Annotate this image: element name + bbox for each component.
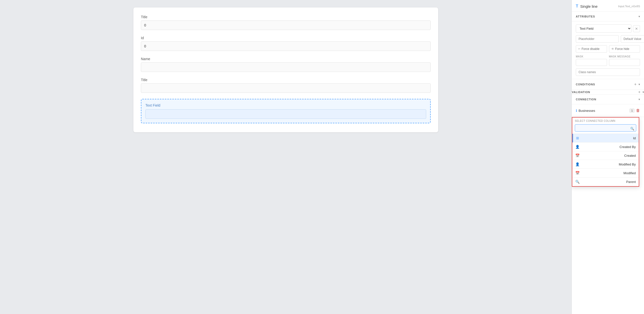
validation-label: VALIDATION	[572, 91, 590, 94]
attributes-chevron-icon: ▾	[638, 15, 640, 18]
conditions-section-header[interactable]: CONDITIONS + ▾	[572, 79, 644, 90]
field-group-title1: Title	[141, 15, 431, 30]
main-canvas: Title Id Name Title Text Field	[0, 0, 572, 314]
force-hide-label: Force hide	[615, 47, 630, 51]
connection-name: Businesses	[578, 109, 628, 113]
panel-header: T Single line Input.Text_nGv9S	[572, 0, 644, 12]
created-by-person-icon: 👤	[575, 145, 580, 149]
validation-plus-icon[interactable]: +	[638, 90, 640, 94]
force-disable-button[interactable]: ✂ Force disable	[576, 45, 607, 53]
item-name-created-by: Created By	[582, 145, 636, 149]
field-group-name: Name	[141, 57, 431, 72]
default-value-input[interactable]	[621, 35, 644, 43]
conditions-chevron-icon: ▾	[638, 83, 640, 86]
connection-section-header[interactable]: CONNECTION ▾	[572, 95, 644, 104]
text-field-selected-group: Text Field	[141, 99, 431, 123]
connection-chevron-icon: ▾	[638, 98, 640, 101]
dropdown-item-id[interactable]: ⊞ Id	[572, 134, 639, 143]
field-input-title1[interactable]	[141, 20, 431, 30]
mask-message-group: MASK MESSAGE	[609, 55, 640, 66]
field-label-title1: Title	[141, 15, 431, 19]
dropdown-search-input[interactable]	[575, 124, 636, 132]
field-input-title2[interactable]	[141, 83, 431, 93]
item-name-modified-by: Modified By	[582, 162, 636, 166]
validation-section-header[interactable]: VALIDATION + ▾	[572, 90, 644, 95]
text-field-label: Text Field	[146, 103, 426, 107]
text-field-input[interactable]	[146, 109, 426, 119]
created-calendar-icon: 📅	[575, 154, 580, 157]
field-input-name[interactable]	[141, 62, 431, 72]
connection-item: ℹ Businesses 1 🗑	[576, 107, 640, 114]
attributes-label: ATTRIBUTES	[576, 15, 595, 18]
attributes-section-header[interactable]: ATTRIBUTES ▾	[572, 12, 644, 21]
dropdown-item-created[interactable]: 📅 Created	[572, 151, 639, 160]
force-hide-icon: 👁	[611, 47, 614, 51]
panel-title: Single line	[580, 4, 598, 8]
force-buttons-row: ✂ Force disable 👁 Force hide	[576, 45, 640, 53]
form-card: Title Id Name Title Text Field	[134, 7, 438, 132]
conditions-label: CONDITIONS	[576, 83, 595, 86]
connection-label: CONNECTION	[576, 98, 596, 101]
modified-by-person-icon: 👤	[575, 162, 580, 166]
connection-db-icon: ℹ	[576, 109, 577, 113]
select-column-dropdown: List of all columnsof selected Table SEL…	[572, 117, 639, 187]
validation-chevron-icon: ▾	[642, 90, 644, 94]
select-column-label: SELECT CONNECTED COLUMN	[572, 118, 639, 123]
mask-label: MASK	[576, 55, 607, 58]
field-label-title2: Title	[141, 78, 431, 82]
placeholder-input[interactable]	[576, 35, 619, 43]
field-group-title2: Title	[141, 78, 431, 93]
panel-id: Input.Text_nGv9S	[618, 5, 640, 8]
force-disable-icon: ✂	[578, 47, 580, 51]
force-disable-label: Force disable	[582, 47, 600, 51]
conditions-plus-icon[interactable]: +	[634, 82, 636, 87]
mask-group: MASK	[576, 55, 607, 66]
dropdown-item-modified-by[interactable]: 👤 Modified By	[572, 160, 639, 169]
right-panel: T Single line Input.Text_nGv9S ATTRIBUTE…	[572, 0, 644, 314]
text-icon: T	[576, 4, 578, 8]
field-group-id: Id	[141, 36, 431, 51]
class-names-input[interactable]	[576, 68, 640, 76]
id-grid-icon: ⊞	[576, 136, 579, 140]
dropdown-search-row: 🔍	[572, 123, 639, 134]
item-name-parent: Parent	[582, 180, 636, 184]
mask-message-input[interactable]	[609, 59, 640, 66]
placeholder-row	[576, 35, 640, 43]
dropdown-search-icon: 🔍	[630, 127, 634, 130]
field-label-name: Name	[141, 57, 431, 61]
connection-badge: 1	[630, 109, 634, 113]
mask-row: MASK MASK MESSAGE	[576, 55, 640, 66]
dropdown-item-parent[interactable]: 🔍 Parent	[572, 177, 639, 186]
panel-title-row: T Single line	[576, 4, 598, 8]
field-label-id: Id	[141, 36, 431, 40]
field-input-id[interactable]	[141, 41, 431, 51]
type-clear-button[interactable]: ✕	[633, 25, 640, 32]
conditions-actions: + ▾	[634, 82, 640, 87]
modified-calendar-icon: 📅	[575, 171, 580, 175]
type-select[interactable]: Text Field	[576, 24, 632, 33]
mask-message-label: MASK MESSAGE	[609, 55, 640, 58]
type-select-row: Text Field ✕	[576, 24, 640, 33]
dropdown-item-created-by[interactable]: 👤 Created By	[572, 143, 639, 151]
mask-input[interactable]	[576, 59, 607, 66]
item-name-modified: Modified	[582, 171, 636, 175]
item-name-id: Id	[581, 136, 636, 140]
attributes-content: Text Field ✕ ✂ Force disable 👁 Force hid…	[572, 21, 644, 79]
dropdown-item-modified[interactable]: 📅 Modified	[572, 169, 639, 177]
parent-search-icon: 🔍	[575, 180, 580, 184]
item-name-created: Created	[582, 154, 636, 157]
connection-delete-button[interactable]: 🗑	[636, 108, 640, 113]
dropdown-list: ⊞ Id 👤 Created By 📅 Created 👤 Modified B…	[572, 134, 639, 186]
force-hide-button[interactable]: 👁 Force hide	[609, 45, 640, 53]
validation-actions: + ▾	[638, 90, 644, 94]
connection-content: ℹ Businesses 1 🗑	[572, 104, 644, 117]
